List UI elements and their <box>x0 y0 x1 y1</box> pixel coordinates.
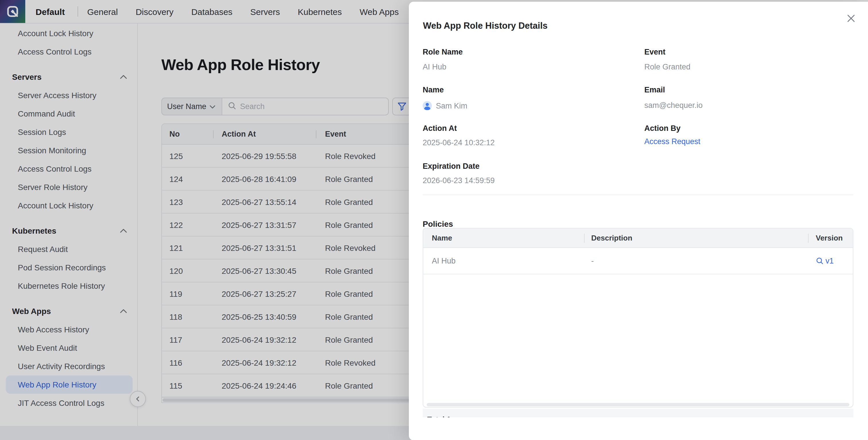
close-button[interactable] <box>845 12 857 24</box>
magnifier-icon <box>816 257 823 264</box>
field-label-email: Email <box>644 86 665 94</box>
policy-name: AI Hub <box>423 248 584 274</box>
policies-table-header: Name Description Version <box>423 228 853 248</box>
field-label-action-by: Action By <box>644 124 681 132</box>
panel-footer-total: Total 1 <box>427 415 451 417</box>
field-value-expiration-date: 2026-06-23 14:59:59 <box>423 176 495 185</box>
policies-table-row[interactable]: AI Hub - v1 <box>423 248 853 274</box>
policies-column-version: Version <box>808 228 853 247</box>
panel-footer-band: Total 1 <box>423 408 854 417</box>
field-value-event: Role Granted <box>644 63 690 71</box>
field-value-email: sam@chequer.io <box>644 101 703 109</box>
avatar <box>423 101 432 110</box>
field-label-action-at: Action At <box>423 124 457 132</box>
policy-description: - <box>584 248 808 274</box>
field-value-action-at: 2025-06-24 10:32:12 <box>423 138 495 147</box>
policies-heading: Policies <box>423 219 453 228</box>
policies-column-name: Name <box>423 228 584 247</box>
policy-version-link[interactable]: v1 <box>808 248 853 274</box>
field-value-name: Sam Kim <box>436 101 467 110</box>
details-panel: Web App Role History Details Role Name A… <box>409 2 868 440</box>
user-chip[interactable]: Sam Kim <box>423 101 467 110</box>
field-value-role-name: AI Hub <box>423 63 446 71</box>
section-divider <box>423 195 854 195</box>
app-root: Default General Discovery Databases Serv… <box>0 0 868 440</box>
field-label-event: Event <box>644 48 665 56</box>
close-icon <box>846 14 856 23</box>
panel-scrollbar-thumb[interactable] <box>427 403 849 406</box>
field-label-name: Name <box>423 86 444 94</box>
panel-title: Web App Role History Details <box>423 21 548 31</box>
action-by-link[interactable]: Access Request <box>644 137 700 146</box>
field-label-role-name: Role Name <box>423 48 463 56</box>
field-label-expiration-date: Expiration Date <box>423 162 479 170</box>
policies-column-description: Description <box>584 228 808 247</box>
policies-table: Name Description Version AI Hub - v1 <box>423 228 854 408</box>
